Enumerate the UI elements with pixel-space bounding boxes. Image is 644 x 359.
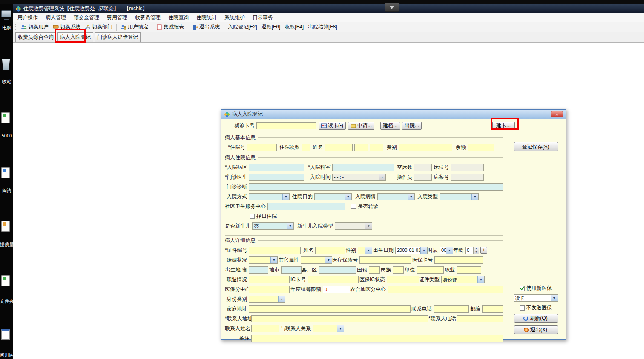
doctor-input[interactable] (249, 174, 304, 181)
save-button[interactable]: 登记保存(S) (514, 142, 558, 151)
discharge-button[interactable]: 出院... (402, 122, 422, 130)
menu-item-inpatient-stats[interactable]: 住院统计 (193, 13, 221, 22)
inpatient-no-input[interactable] (247, 144, 277, 151)
condition-select[interactable]: ▼ (377, 193, 415, 200)
hour-select[interactable]: 00 ▼ (440, 247, 453, 254)
bed-no-input[interactable] (451, 164, 484, 171)
community-input[interactable] (267, 203, 345, 210)
toolbar-refund-f6-button[interactable]: 退款[F6] (259, 22, 283, 32)
menu-item-cashier-management[interactable]: 收费员管理 (131, 13, 164, 22)
name-extra2-input[interactable] (370, 144, 383, 151)
admit-time-select[interactable]: - - : - ▼ (332, 174, 386, 181)
job-status-input[interactable] (249, 276, 290, 283)
diagnosis-input[interactable] (249, 183, 503, 191)
create-file-button[interactable]: 建档... (380, 122, 400, 130)
city-input[interactable] (281, 266, 302, 274)
menu-item-inpatient-query[interactable]: 住院查询 (164, 13, 193, 22)
menu-item-user-operation[interactable]: 用户操作 (14, 13, 42, 22)
newborn-type-select[interactable]: ▼ (335, 222, 372, 230)
no-send-insurance-checkbox[interactable] (520, 305, 525, 311)
balance-input[interactable] (468, 144, 494, 151)
create-card-button[interactable]: 建卡... (492, 122, 515, 130)
card-no-input[interactable] (256, 122, 316, 129)
ins-ic-status-input[interactable] (387, 276, 419, 283)
purpose-select[interactable]: ▼ (314, 193, 352, 200)
nationality-input[interactable] (369, 266, 380, 274)
refresh-button[interactable]: 刷新(Q) (514, 314, 558, 323)
ic-card-input[interactable] (308, 276, 359, 283)
birthplace-input[interactable] (249, 266, 268, 274)
age-input[interactable]: 0 (465, 247, 474, 254)
tab-outpatient-card[interactable]: 门诊病人建卡登记 (95, 32, 141, 42)
desktop-icon-quality[interactable] (1, 221, 10, 232)
remark-input[interactable] (251, 335, 503, 342)
admit-type-select[interactable]: ▼ (440, 193, 479, 200)
other-attr-select[interactable]: ▼ (301, 256, 332, 264)
menu-item-patient-management[interactable]: 病人管理 (42, 13, 70, 22)
read-mode-select[interactable]: 读卡 ▼ (514, 294, 558, 302)
dept-input[interactable] (332, 164, 394, 171)
home-address-input[interactable] (249, 305, 411, 313)
name-input[interactable] (325, 144, 353, 151)
exit-button[interactable]: 退出(X) (514, 325, 558, 334)
county-input[interactable] (319, 266, 356, 274)
medical-no-input[interactable] (359, 256, 411, 264)
desktop-icon-recycle[interactable] (1, 59, 11, 70)
cert-type-select[interactable]: 身份证 ▼ (441, 276, 485, 283)
menu-item-prepay-management[interactable]: 预交金管理 (70, 13, 103, 22)
desktop-icon-folder[interactable] (1, 275, 10, 286)
age-plus-button[interactable]: + (480, 247, 487, 254)
identity-select[interactable]: ▼ (249, 296, 285, 303)
desktop-icon-5000[interactable] (1, 112, 10, 123)
dialog-close-button[interactable]: × (551, 111, 563, 117)
admit-count-input[interactable] (302, 144, 310, 151)
empty-beds-input[interactable] (414, 164, 432, 171)
referral-checkbox[interactable] (351, 204, 356, 209)
toolbar-switch-dept-button[interactable]: 切换部门 (83, 22, 115, 32)
zip-input[interactable] (482, 305, 503, 313)
toolbar-user-lock-button[interactable]: 用户锁定 (118, 22, 150, 32)
toolbar-switch-user-button[interactable]: 切换用户 (19, 22, 51, 32)
menu-item-daily-affairs[interactable]: 日常事务 (249, 13, 277, 22)
scheduled-checkbox[interactable] (250, 214, 255, 219)
fee-type-input[interactable] (399, 144, 452, 151)
quota-input[interactable]: 0 (323, 286, 350, 293)
toolbar-exit-system-button[interactable]: 退出系统 (190, 22, 222, 32)
toolbar-integrated-report-button[interactable]: 集成报表 (154, 22, 186, 32)
desktop-icon-minqing[interactable] (1, 167, 10, 178)
ward-input[interactable] (249, 164, 304, 171)
admit-way-select[interactable]: ▼ (249, 193, 290, 200)
name-extra-input[interactable] (354, 144, 368, 151)
gender-select[interactable]: ▼ (358, 247, 372, 254)
collapse-bar-button[interactable] (385, 3, 399, 12)
tab-cashier-query[interactable]: 收费员综合查询 (15, 32, 56, 42)
cert-no-input[interactable] (249, 247, 301, 254)
marital-select[interactable]: ▼ (249, 256, 278, 264)
tab-patient-admission[interactable]: 病人入院登记 (58, 32, 93, 42)
contact-address-input[interactable] (251, 315, 428, 322)
apply-button[interactable]: 申请... (348, 122, 374, 130)
desktop-icon-notepad[interactable] (1, 329, 10, 340)
menu-item-system-maintenance[interactable]: 系统维护 (221, 13, 249, 22)
use-new-insurance-checkbox[interactable] (520, 286, 525, 291)
newborn-select[interactable]: 否 ▼ (252, 222, 294, 230)
occupation-input[interactable] (457, 266, 481, 274)
read-card-button[interactable]: 读卡(-) (319, 122, 346, 130)
phone-input[interactable] (434, 305, 469, 313)
birth-date-select[interactable]: 2000-01-01 ▼ (395, 247, 428, 254)
age-spinner[interactable]: ▲▼ (474, 247, 479, 254)
toolbar-switch-system-button[interactable]: 切换系统 (51, 22, 83, 32)
relation-select[interactable]: ▼ (313, 325, 344, 332)
menu-item-fee-management[interactable]: 费用管理 (103, 13, 131, 22)
ins-branch-input[interactable] (249, 286, 290, 293)
record-no-input[interactable] (451, 174, 484, 181)
toolbar-discharge-settle-f8-button[interactable]: 出院结算[F8] (306, 22, 339, 32)
contact-phone-input[interactable] (457, 315, 503, 322)
ethnicity-input[interactable] (393, 266, 404, 274)
contact-name-input[interactable] (251, 325, 279, 332)
toolbar-receipt-f4-button[interactable]: 收款[F4] (282, 22, 306, 32)
operator-input[interactable] (414, 174, 432, 181)
toolbar-admission-f2-button[interactable]: 入院登记[F2] (226, 22, 259, 32)
rural-branch-input[interactable] (388, 286, 503, 293)
desktop-icon-computer[interactable] (1, 10, 12, 17)
